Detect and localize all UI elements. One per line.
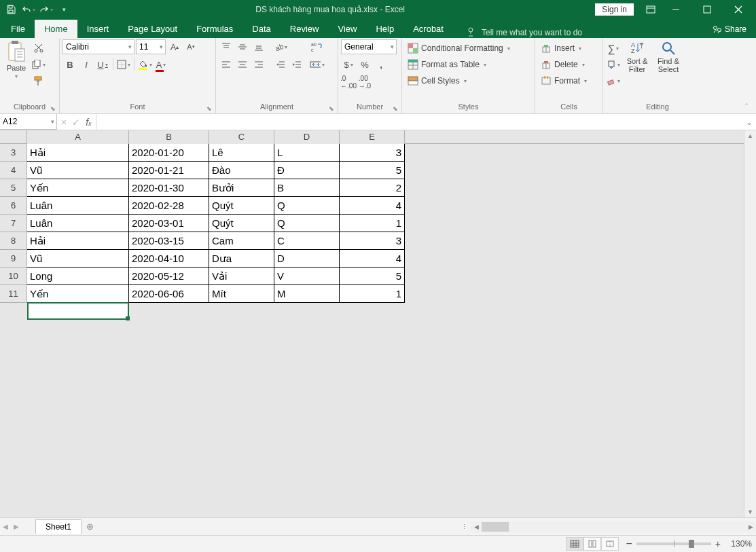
cell[interactable]: 5 — [340, 268, 405, 285]
cell[interactable]: 2020-01-21 — [129, 162, 209, 179]
cell[interactable]: 1 — [340, 215, 405, 232]
col-header[interactable]: A — [27, 130, 129, 144]
maximize-button[interactable] — [692, 0, 722, 19]
autosum-button[interactable]: ∑ — [606, 41, 621, 56]
insert-cells-button[interactable]: Insert — [538, 41, 590, 56]
cell[interactable]: Quýt — [209, 197, 274, 215]
horizontal-scrollbar[interactable]: ◀ ▶ — [471, 521, 756, 533]
tab-file[interactable]: File — [1, 20, 35, 38]
align-top-icon[interactable] — [219, 39, 234, 54]
merge-center-button[interactable] — [310, 57, 325, 72]
cell[interactable]: Hải — [27, 232, 129, 250]
scroll-left-icon[interactable]: ◀ — [471, 521, 482, 533]
enter-formula-icon[interactable]: ✓ — [72, 117, 80, 128]
tab-help[interactable]: Help — [366, 20, 403, 38]
scroll-right-icon[interactable]: ▶ — [745, 521, 756, 533]
cell[interactable]: 3 — [340, 232, 405, 250]
row-header[interactable]: 9 — [0, 250, 27, 268]
cell[interactable]: Luân — [27, 197, 129, 215]
cell[interactable]: C — [274, 232, 340, 250]
italic-button[interactable]: I — [79, 57, 94, 72]
cell[interactable]: Hải — [27, 144, 129, 162]
view-normal-icon[interactable] — [566, 537, 583, 551]
zoom-slider[interactable] — [636, 542, 711, 545]
align-center-icon[interactable] — [235, 57, 250, 72]
scroll-down-icon[interactable]: ▼ — [744, 507, 756, 517]
cell[interactable]: 2 — [340, 179, 405, 197]
qat-customize[interactable]: ▾ — [56, 1, 72, 18]
tab-data[interactable]: Data — [242, 20, 280, 38]
col-header[interactable]: C — [209, 130, 274, 144]
ribbon-display-options[interactable] — [641, 0, 661, 19]
cell[interactable]: Bưởi — [209, 179, 274, 197]
tab-formulas[interactable]: Formulas — [187, 20, 242, 38]
comma-format-icon[interactable]: , — [374, 57, 389, 72]
cell[interactable]: Yến — [27, 179, 129, 197]
cell[interactable]: M — [274, 285, 340, 303]
find-select-button[interactable]: Find & Select — [653, 39, 683, 73]
tab-insert[interactable]: Insert — [77, 20, 119, 38]
cell[interactable]: 2020-01-20 — [129, 144, 209, 162]
alignment-launcher[interactable]: ⬊ — [327, 104, 336, 113]
format-as-table-button[interactable]: Format as Table — [405, 57, 513, 72]
cut-button[interactable] — [31, 41, 46, 56]
fill-handle[interactable] — [126, 316, 130, 320]
cell[interactable]: Luân — [27, 215, 129, 232]
tab-review[interactable]: Review — [281, 20, 329, 38]
cell[interactable]: Quýt — [209, 215, 274, 232]
orientation-button[interactable]: ab — [273, 39, 288, 54]
view-pagelayout-icon[interactable] — [583, 537, 601, 551]
cell[interactable]: 4 — [340, 250, 405, 268]
tab-home[interactable]: Home — [35, 20, 77, 38]
border-button[interactable] — [116, 57, 131, 72]
share-button[interactable]: Share — [704, 20, 755, 38]
cell[interactable]: Q — [274, 215, 340, 232]
accounting-format-icon[interactable]: $ — [341, 57, 356, 72]
paste-button[interactable]: Paste ▾ — [3, 39, 30, 79]
row-header[interactable]: 3 — [0, 144, 27, 162]
cell[interactable]: 4 — [340, 197, 405, 215]
cell[interactable]: 2020-01-30 — [129, 179, 209, 197]
cell[interactable]: 2020-03-01 — [129, 215, 209, 232]
cell[interactable]: Q — [274, 197, 340, 215]
font-name-select[interactable]: Calibri — [62, 39, 134, 54]
cell[interactable]: Vũ — [27, 250, 129, 268]
insert-function-icon[interactable]: fx — [86, 117, 91, 128]
view-pagebreak-icon[interactable] — [601, 537, 619, 551]
number-launcher[interactable]: ⬊ — [391, 104, 400, 113]
cell-styles-button[interactable]: Cell Styles — [405, 73, 513, 88]
cell[interactable]: L — [274, 144, 340, 162]
cell[interactable]: Đ — [274, 162, 340, 179]
align-right-icon[interactable] — [251, 57, 266, 72]
cancel-formula-icon[interactable]: × — [61, 117, 67, 128]
cell[interactable]: V — [274, 268, 340, 285]
wrap-text-button[interactable]: abc — [310, 39, 325, 54]
tab-view[interactable]: View — [328, 20, 366, 38]
new-sheet-button[interactable]: ⊕ — [82, 521, 98, 532]
zoom-level[interactable]: 130% — [725, 539, 752, 549]
cell[interactable]: Dưa — [209, 250, 274, 268]
cell[interactable]: Lê — [209, 144, 274, 162]
cell[interactable]: Vũ — [27, 162, 129, 179]
sort-filter-button[interactable]: AZ Sort & Filter — [622, 39, 652, 73]
zoom-out-button[interactable]: − — [626, 538, 632, 550]
close-button[interactable] — [723, 0, 753, 19]
cell[interactable]: 3 — [340, 144, 405, 162]
scroll-up-icon[interactable]: ▲ — [744, 130, 756, 141]
cell[interactable]: 2020-05-12 — [129, 268, 209, 285]
cell[interactable]: Mít — [209, 285, 274, 303]
save-button[interactable] — [3, 1, 19, 18]
fill-color-button[interactable] — [137, 57, 152, 72]
cell[interactable]: Long — [27, 268, 129, 285]
tab-acrobat[interactable]: Acrobat — [403, 20, 453, 38]
col-header[interactable]: B — [129, 130, 209, 144]
cell[interactable]: Vải — [209, 268, 274, 285]
percent-format-icon[interactable]: % — [357, 57, 372, 72]
font-color-button[interactable]: A — [154, 57, 168, 72]
decrease-decimal-icon[interactable]: .00→.0 — [357, 75, 372, 90]
underline-button[interactable]: U — [95, 57, 110, 72]
cell[interactable]: 2020-03-15 — [129, 232, 209, 250]
decrease-indent-icon[interactable] — [273, 57, 288, 72]
cell[interactable]: 5 — [340, 162, 405, 179]
align-left-icon[interactable] — [219, 57, 234, 72]
